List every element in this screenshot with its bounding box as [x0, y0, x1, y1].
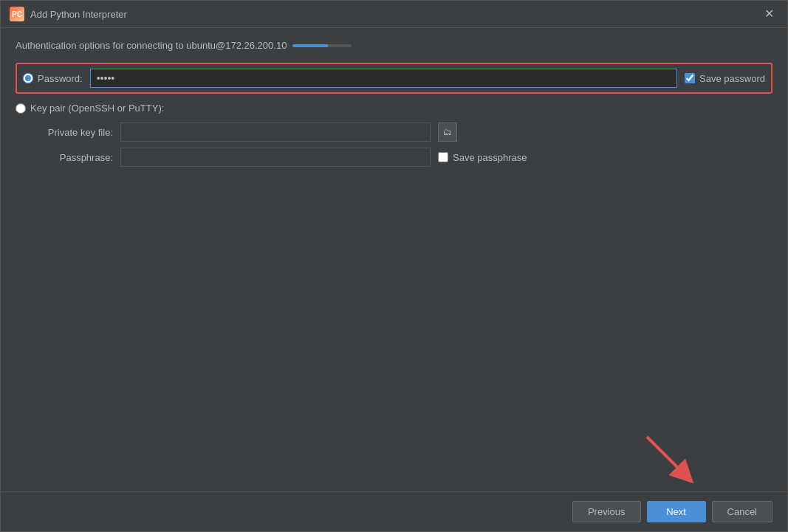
save-passphrase-label[interactable]: Save passphrase [438, 152, 527, 163]
save-passphrase-text: Save passphrase [453, 152, 527, 163]
title-bar: PC Add Python Interpreter ✕ [1, 1, 787, 28]
passphrase-input[interactable] [120, 148, 431, 167]
keypair-radio-label[interactable]: Key pair (OpenSSH or PuTTY): [16, 103, 164, 114]
private-key-row: Private key file: 🗂 [32, 122, 772, 142]
password-radio[interactable] [23, 73, 33, 83]
close-button[interactable]: ✕ [760, 7, 778, 21]
footer: Previous Next Cancel [1, 491, 787, 531]
password-input[interactable] [90, 69, 677, 88]
auth-options: Password: Save password Key pair (OpenSS… [16, 63, 772, 167]
subtitle-row: Authentication options for connecting to… [16, 40, 772, 51]
password-option-row: Password: Save password [16, 63, 772, 94]
save-passphrase-checkbox[interactable] [438, 152, 448, 162]
previous-button[interactable]: Previous [572, 501, 641, 522]
keypair-radio[interactable] [16, 103, 26, 114]
app-icon-text: PC [12, 10, 22, 18]
private-key-label: Private key file: [32, 127, 113, 138]
title-bar-left: PC Add Python Interpreter [10, 7, 127, 21]
cancel-button[interactable]: Cancel [712, 501, 772, 522]
password-radio-label[interactable]: Password: [23, 73, 83, 84]
save-password-checkbox[interactable] [685, 73, 695, 83]
passphrase-row: Passphrase: Save passphrase [32, 148, 772, 167]
subtitle-text: Authentication options for connecting to… [16, 40, 287, 51]
browse-icon: 🗂 [443, 127, 452, 137]
browse-button[interactable]: 🗂 [438, 122, 457, 142]
private-key-input[interactable] [120, 122, 431, 142]
password-option-text: Password: [38, 73, 83, 84]
next-button[interactable]: Next [647, 501, 706, 522]
keypair-fields: Private key file: 🗂 Passphrase: Save pas… [32, 122, 772, 167]
add-python-interpreter-dialog: PC Add Python Interpreter ✕ Authenticati… [0, 0, 788, 532]
passphrase-label: Passphrase: [32, 152, 113, 163]
keypair-option-row: Key pair (OpenSSH or PuTTY): [16, 103, 772, 114]
dialog-content: Authentication options for connecting to… [1, 28, 787, 491]
progress-bar [292, 44, 352, 47]
spacer [16, 179, 772, 480]
save-password-text: Save password [699, 73, 765, 84]
dialog-title: Add Python Interpreter [30, 9, 127, 20]
keypair-option-text: Key pair (OpenSSH or PuTTY): [30, 103, 164, 114]
app-icon: PC [10, 7, 24, 21]
progress-fill [292, 44, 328, 47]
save-password-label[interactable]: Save password [685, 73, 765, 84]
